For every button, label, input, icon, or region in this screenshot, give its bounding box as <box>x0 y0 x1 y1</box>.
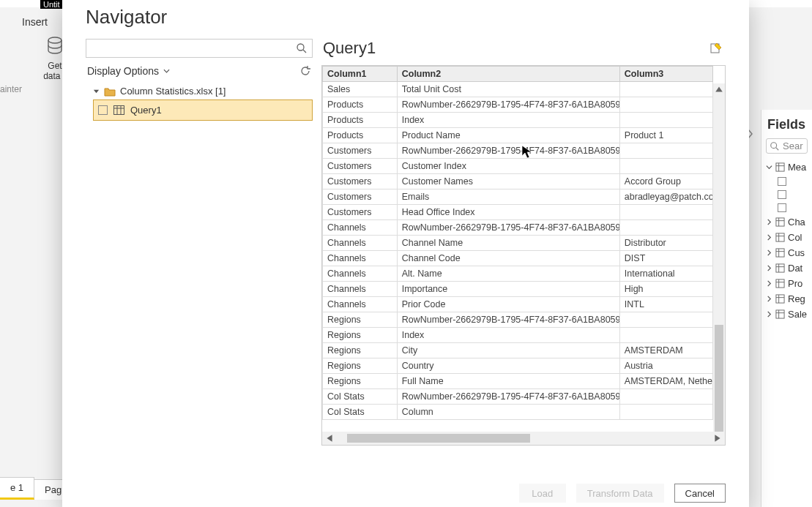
table-cell: RowNumber-2662979B-1795-4F74-8F37-6A1BA8… <box>397 312 619 328</box>
scroll-up-icon[interactable] <box>715 85 723 94</box>
table-cell: Emails <box>397 189 619 205</box>
table-row[interactable]: ProductsProduct NameProduct 1 <box>323 128 713 143</box>
field-table-pro[interactable]: Pro <box>761 276 812 291</box>
field-table-sale[interactable]: Sale <box>761 307 812 322</box>
table-row[interactable]: RegionsRowNumber-2662979B-1795-4F74-8F37… <box>323 312 713 328</box>
field-group-label: Mea <box>788 162 806 173</box>
field-measure-2[interactable] <box>761 188 812 201</box>
svg-rect-9 <box>776 233 784 241</box>
scroll-right-icon[interactable] <box>713 434 722 443</box>
fields-search-input[interactable]: Sear <box>766 138 808 154</box>
table-row[interactable]: CustomersHead Office Index <box>323 205 713 220</box>
table-row[interactable]: Col StatsRowNumber-2662979B-1795-4F74-8F… <box>323 389 713 405</box>
table-cell: Customers <box>323 174 398 189</box>
search-icon <box>770 141 780 151</box>
checkbox-icon <box>778 190 786 199</box>
table-row[interactable]: SalesTotal Unit Cost <box>323 82 713 97</box>
scroll-left-icon[interactable] <box>325 434 334 443</box>
scroll-thumb-v[interactable] <box>715 325 723 435</box>
table-row[interactable]: CustomersCustomer NamesAccord Group <box>323 174 713 189</box>
database-icon <box>46 37 64 56</box>
table-cell: Importance <box>397 282 619 297</box>
table-row[interactable]: ChannelsPrior CodeINTL <box>323 297 713 312</box>
field-measure-3[interactable] <box>761 201 812 214</box>
table-cell: Channels <box>323 220 398 236</box>
table-cell <box>619 113 712 128</box>
table-row[interactable]: RegionsFull NameAMSTERDAM, Netherl <box>323 374 713 389</box>
column-header-2[interactable]: Column2 <box>397 67 619 82</box>
field-table-dat[interactable]: Dat <box>761 260 812 276</box>
table-cell: Channel Code <box>397 251 619 266</box>
table-cell: Head Office Index <box>397 205 619 220</box>
edit-preview-icon[interactable] <box>709 42 723 55</box>
table-row[interactable]: Col StatsColumn <box>323 405 713 420</box>
table-row[interactable]: RegionsIndex <box>323 328 713 343</box>
checkbox-icon <box>778 203 786 212</box>
table-row[interactable]: RegionsCityAMSTERDAM <box>323 343 713 358</box>
table-row[interactable]: ChannelsChannel NameDistributor <box>323 236 713 251</box>
table-cell <box>619 220 712 236</box>
field-table-reg[interactable]: Reg <box>761 291 812 307</box>
table-cell: Products <box>323 97 398 113</box>
navigator-search-input[interactable] <box>86 39 313 58</box>
folder-icon <box>104 86 116 97</box>
transform-data-button[interactable]: Transform Data <box>576 484 664 503</box>
ribbon-tab-insert[interactable]: Insert <box>22 16 48 28</box>
svg-rect-3 <box>776 163 784 171</box>
field-table-cha[interactable]: Cha <box>761 214 812 230</box>
chevron-right-icon <box>766 219 772 225</box>
table-row[interactable]: ProductsRowNumber-2662979B-1795-4F74-8F3… <box>323 97 713 113</box>
tree-query-node[interactable]: Query1 <box>93 99 313 121</box>
table-cell: Alt. Name <box>397 266 619 282</box>
horizontal-scrollbar[interactable] <box>322 432 725 445</box>
field-measure-1[interactable] <box>761 175 812 188</box>
table-row[interactable]: ChannelsChannel CodeDIST <box>323 251 713 266</box>
table-icon <box>775 217 785 227</box>
field-table-col[interactable]: Col <box>761 230 812 245</box>
table-row[interactable]: CustomersCustomer Index <box>323 159 713 174</box>
table-row[interactable]: ChannelsAlt. NameInternational <box>323 266 713 282</box>
table-row[interactable]: RegionsCountryAustria <box>323 358 713 374</box>
display-options-label: Display Options <box>87 65 159 77</box>
field-label: Reg <box>788 293 805 304</box>
column-header-1[interactable]: Column1 <box>323 67 398 82</box>
table-cell: Channels <box>323 282 398 297</box>
search-input-field[interactable] <box>92 43 296 54</box>
cancel-button[interactable]: Cancel <box>674 484 726 503</box>
table-cell: Channels <box>323 266 398 282</box>
table-cell: International <box>619 266 712 282</box>
scroll-thumb-h[interactable] <box>347 434 530 443</box>
preview-title: Query1 <box>323 39 726 58</box>
triangle-down-icon <box>93 88 100 94</box>
table-row[interactable]: CustomersEmailsabradleyag@patch.com <box>323 189 713 205</box>
svg-rect-29 <box>114 106 124 115</box>
svg-rect-12 <box>776 249 784 257</box>
table-row[interactable]: ProductsIndex <box>323 113 713 128</box>
column-header-3[interactable]: Column3 <box>619 67 712 82</box>
table-cell: Customers <box>323 159 398 174</box>
refresh-icon[interactable] <box>299 65 311 77</box>
search-icon[interactable] <box>296 42 308 54</box>
tree-file-node[interactable]: Column Statistics.xlsx [1] <box>86 83 313 99</box>
table-row[interactable]: ChannelsRowNumber-2662979B-1795-4F74-8F3… <box>323 220 713 236</box>
table-cell: Austria <box>619 358 712 374</box>
table-cell <box>619 328 712 343</box>
table-view-icon <box>113 105 124 115</box>
field-group-measures[interactable]: Mea <box>761 159 812 175</box>
table-cell: Sales <box>323 82 398 97</box>
chevron-down-icon <box>163 69 170 73</box>
checkbox-icon <box>778 177 786 186</box>
table-row[interactable]: ChannelsImportanceHigh <box>323 282 713 297</box>
table-cell: Product Name <box>397 128 619 143</box>
display-options-dropdown[interactable]: Display Options <box>87 65 170 77</box>
page-tab-1[interactable]: e 1 <box>0 477 34 500</box>
table-cell: Products <box>323 128 398 143</box>
checkbox-icon[interactable] <box>98 105 108 115</box>
svg-rect-24 <box>776 310 784 318</box>
vertical-scrollbar[interactable] <box>713 83 725 432</box>
table-cell: Country <box>397 358 619 374</box>
table-row[interactable]: CustomersRowNumber-2662979B-1795-4F74-8F… <box>323 143 713 159</box>
field-table-cus[interactable]: Cus <box>761 245 812 260</box>
load-button[interactable]: Load <box>519 484 566 503</box>
table-cell <box>619 159 712 174</box>
